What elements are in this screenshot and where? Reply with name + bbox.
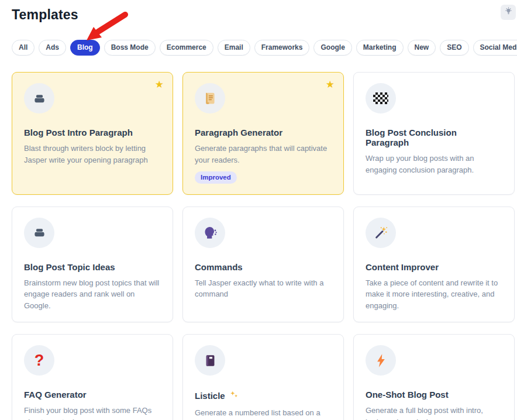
card-description: Generate a full blog post with intro, bo… [366,405,502,420]
filter-chip-google[interactable]: Google [313,40,351,56]
filter-chip-marketing[interactable]: Marketing [356,40,404,56]
card-title: Blog Post Conclusion Paragraph [366,128,502,147]
filter-chip-boss-mode[interactable]: Boss Mode [104,40,156,56]
filter-chip-new[interactable]: New [408,40,436,56]
page-title: Templates [12,7,517,23]
card-description: Wrap up your blog posts with an engaging… [366,153,502,175]
template-card-one-shot-blog-post[interactable]: One-Shot Blog Post Generate a full blog … [353,334,515,420]
filter-chip-blog[interactable]: Blog [70,40,100,56]
checkered-flag-icon [366,83,396,113]
template-card-blog-post-conclusion-paragraph[interactable]: Blog Post Conclusion Paragraph Wrap up y… [353,72,515,195]
template-grid: ★ Blog Post Intro Paragraph Blast throug… [12,72,517,420]
template-card-blog-post-topic-ideas[interactable]: Blog Post Topic Ideas Brainstorm new blo… [12,206,173,323]
template-card-blog-post-intro-paragraph[interactable]: ★ Blog Post Intro Paragraph Blast throug… [12,72,173,195]
magic-wand-icon [366,218,396,248]
improved-badge: Improved [195,171,237,184]
filter-chip-ecommerce[interactable]: Ecommerce [160,40,213,56]
book-icon [195,345,225,376]
card-description: Take a piece of content and rewrite it t… [366,277,502,312]
template-card-listicle[interactable]: Listicle Generate a numbered list based … [182,334,344,420]
sparkles-icon [229,390,239,402]
card-description: Generate a numbered list based on a topi… [195,407,332,420]
filter-chip-email[interactable]: Email [218,40,250,56]
template-card-commands[interactable]: Commands Tell Jasper exactly what to wri… [182,206,344,323]
filter-chip-social-media[interactable]: Social Media [473,40,517,56]
templates-page: Templates [0,0,517,420]
question-mark-icon: ? [24,345,54,376]
filter-chip-frameworks[interactable]: Frameworks [254,40,310,56]
card-title: Paragraph Generator [195,128,332,137]
filter-bar: All Ads Blog Boss Mode Ecommerce Email F… [12,39,517,59]
card-description: Blast through writers block by letting J… [24,143,161,166]
card-title: Listicle [195,390,332,402]
card-title-text: Listicle [195,391,225,401]
card-title: FAQ Generator [24,390,161,400]
star-icon: ★ [326,78,335,90]
card-title: Commands [195,262,332,272]
lightbulb-icon [504,6,513,19]
scroll-icon [195,83,225,113]
archive-box-icon [24,218,54,248]
star-icon: ★ [155,78,164,90]
card-title: Blog Post Intro Paragraph [24,128,161,137]
filter-chip-seo[interactable]: SEO [440,40,468,56]
card-title: Blog Post Topic Ideas [24,262,161,272]
lightbulb-button[interactable] [501,5,516,20]
card-title: One-Shot Blog Post [366,390,502,400]
speaking-head-icon [195,218,225,248]
card-description: Brainstorm new blog post topics that wil… [24,277,161,312]
template-card-faq-generator[interactable]: ? FAQ Generator Finish your blog post wi… [12,334,173,420]
template-card-content-improver[interactable]: Content Improver Take a piece of content… [353,206,515,323]
template-card-paragraph-generator[interactable]: ★ Paragraph Generator Generate paragraph… [182,72,344,195]
filter-chip-all[interactable]: All [12,40,35,56]
card-description: Finish your blog post with some FAQs abo… [24,405,161,420]
card-description: Generate paragraphs that will captivate … [195,143,332,166]
card-title: Content Improver [366,262,502,272]
filter-chip-ads[interactable]: Ads [39,40,66,56]
archive-box-icon [24,83,54,113]
lightning-bolt-icon [366,345,396,376]
card-description: Tell Jasper exactly what to write with a… [195,277,332,300]
